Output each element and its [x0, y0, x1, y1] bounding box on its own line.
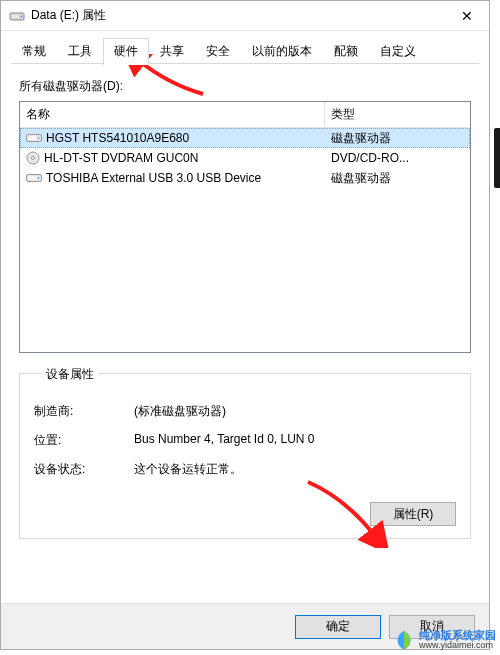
- close-button[interactable]: ✕: [444, 1, 489, 31]
- tab-hardware[interactable]: 硬件: [103, 38, 149, 65]
- device-list[interactable]: 名称 类型 HGST HTS541010A9E680磁盘驱动器HL-DT-ST …: [19, 101, 471, 353]
- column-name[interactable]: 名称: [20, 102, 325, 127]
- device-properties-button[interactable]: 属性(R): [370, 502, 456, 526]
- device-list-header: 名称 类型: [20, 102, 470, 128]
- window-title: Data (E:) 属性: [31, 7, 444, 24]
- device-properties-group: 设备属性 制造商: (标准磁盘驱动器) 位置: Bus Number 4, Ta…: [19, 373, 471, 539]
- hard-drive-icon: [26, 132, 42, 144]
- titlebar: Data (E:) 属性 ✕: [1, 1, 489, 31]
- status-value: 这个设备运转正常。: [134, 461, 456, 478]
- svg-point-7: [32, 157, 35, 160]
- tab-sharing[interactable]: 共享: [149, 38, 195, 65]
- tab-security[interactable]: 安全: [195, 38, 241, 65]
- tab-customize[interactable]: 自定义: [369, 38, 427, 65]
- tab-quota[interactable]: 配额: [323, 38, 369, 65]
- device-row-type: DVD/CD-RO...: [325, 151, 470, 165]
- tab-content: 所有磁盘驱动器(D): 名称 类型 HGST HTS541010A9E680磁盘…: [1, 64, 489, 603]
- tab-tools[interactable]: 工具: [57, 38, 103, 65]
- device-row[interactable]: HL-DT-ST DVDRAM GUC0NDVD/CD-RO...: [20, 148, 470, 168]
- tab-previous-versions[interactable]: 以前的版本: [241, 38, 323, 65]
- tab-strip: 常规 工具 硬件 共享 安全 以前的版本 配额 自定义: [1, 31, 489, 64]
- optical-drive-icon: [26, 151, 40, 165]
- svg-point-5: [38, 137, 40, 139]
- properties-window: Data (E:) 属性 ✕ 常规 工具 硬件 共享 安全 以前的版本 配额 自…: [0, 0, 490, 650]
- device-row-type: 磁盘驱动器: [325, 130, 470, 147]
- svg-point-10: [38, 177, 40, 179]
- hard-drive-icon: [26, 172, 42, 184]
- device-row-name: HL-DT-ST DVDRAM GUC0N: [20, 151, 325, 165]
- close-icon: ✕: [461, 8, 473, 24]
- dialog-button-bar: 确定 取消: [1, 603, 489, 649]
- device-row[interactable]: HGST HTS541010A9E680磁盘驱动器: [20, 128, 470, 148]
- manufacturer-label: 制造商:: [34, 403, 134, 420]
- device-row-type: 磁盘驱动器: [325, 170, 470, 187]
- location-value: Bus Number 4, Target Id 0, LUN 0: [134, 432, 456, 449]
- device-row-name: HGST HTS541010A9E680: [20, 131, 325, 145]
- device-row-name: TOSHIBA External USB 3.0 USB Device: [20, 171, 325, 185]
- svg-rect-9: [28, 176, 36, 180]
- column-type[interactable]: 类型: [325, 102, 470, 127]
- svg-point-2: [21, 15, 23, 17]
- location-label: 位置:: [34, 432, 134, 449]
- ok-button[interactable]: 确定: [295, 615, 381, 639]
- manufacturer-value: (标准磁盘驱动器): [134, 403, 456, 420]
- background-sliver: [494, 128, 500, 188]
- tab-general[interactable]: 常规: [11, 38, 57, 65]
- device-row[interactable]: TOSHIBA External USB 3.0 USB Device磁盘驱动器: [20, 168, 470, 188]
- drive-window-icon: [9, 8, 25, 24]
- svg-rect-1: [12, 15, 19, 18]
- cancel-button[interactable]: 取消: [389, 615, 475, 639]
- status-label: 设备状态:: [34, 461, 134, 478]
- device-list-label: 所有磁盘驱动器(D):: [19, 78, 471, 95]
- group-legend: 设备属性: [42, 366, 98, 383]
- svg-rect-4: [28, 136, 36, 140]
